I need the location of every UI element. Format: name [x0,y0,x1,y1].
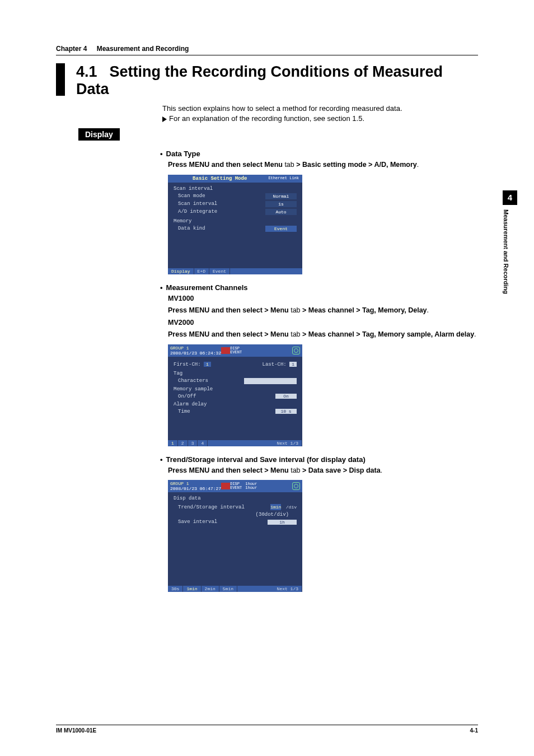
shot3-date: 2008/01/23 06:47:27 [170,486,221,491]
chapter-header: Chapter 4 Measurement and Recording [56,45,478,55]
save-interval-value[interactable]: 1h [268,520,297,525]
shot1-title: Basic Setting Mode [193,176,247,181]
section-title-row: 4.1Setting the Recording Conditions of M… [56,63,478,98]
footer-doc-id: IM MV1000-01E [56,727,96,734]
ad-integrate-value[interactable]: Auto [265,209,297,215]
data-kind-value[interactable]: Event [265,226,297,232]
trend-storage-heading: •Trend/Storage interval and Save interva… [168,455,478,464]
page-footer: IM MV1000-01E 4-1 [56,725,478,734]
footer-1min[interactable]: 1min [183,586,201,592]
footer-display-tab[interactable]: Display [168,268,194,274]
data-type-path: Press MENU and then select Menu tab > Ba… [168,160,478,170]
shot1-footer: Display E+D Event [168,268,302,274]
footer-event-tab[interactable]: Event [209,268,230,274]
shot2-date: 2008/01/23 06:24:32 [170,351,221,356]
tag-characters-field[interactable] [244,378,297,384]
trend-storage-value[interactable]: 1min [270,504,281,510]
shot2-group: GROUP 1 [170,346,189,351]
trend-storage-path: Press MENU and then select > Menu tab > … [168,466,478,476]
chapter-number: Chapter 4 [56,45,87,53]
footer-tab-4[interactable]: 4 [198,440,208,446]
footer-ed-tab[interactable]: E+D [194,268,209,274]
shot1-group-scan: Scan interval [174,186,297,192]
intro-text: This section explains how to select a me… [162,104,478,124]
footer-tab-1[interactable]: 1 [168,440,178,446]
scan-mode-value[interactable]: Normal [265,193,297,199]
title-bar-icon [56,63,65,96]
side-chapter-label: Measurement and Recording [503,209,509,294]
side-tab: 4 Measurement and Recording [503,190,517,347]
mv2000-path: Press MENU and then select > Menu tab > … [168,330,478,340]
first-ch-value[interactable]: 1 [204,362,211,367]
screenshot-meas-channel: GROUP 1 2008/01/23 06:24:32 DISP EVENT F… [168,344,302,446]
footer-tab-2[interactable]: 2 [178,440,188,446]
status-icon [292,482,300,490]
triangle-icon [162,116,167,122]
shot3-group: GROUP 1 [170,481,189,486]
screenshot-basic-setting-mode: Basic Setting Mode Ethernet Link Scan in… [168,175,302,274]
shot2-footer: 1 2 3 4 Next 1/3 [168,440,302,446]
meas-channels-heading: •Measurement Channels [168,283,478,292]
shot1-group-memory: Memory [174,218,297,224]
mv2000-label: MV2000 [168,318,478,328]
mv1000-label: MV1000 [168,294,478,304]
status-icon [292,347,300,354]
record-icon [221,483,230,489]
footer-page-number: 4-1 [470,727,478,734]
record-icon [221,347,230,354]
intro-line-1: This section explains how to select a me… [162,104,478,114]
side-chapter-number: 4 [503,190,517,205]
section-title: Setting the Recording Conditions of Meas… [76,63,443,97]
screenshot-disp-data: GROUP 1 2008/01/23 06:47:27 DISP EVENT 1… [168,480,302,592]
display-heading: Display [78,128,120,141]
intro-line-2: For an explanation of the recording func… [169,114,364,123]
shot1-ethernet-label: Ethernet Link [268,176,299,180]
alarm-delay-value[interactable]: 10 s [275,409,297,414]
footer-5min[interactable]: 5min [219,586,237,592]
chapter-title: Measurement and Recording [97,45,189,53]
section-number: 4.1 [76,63,97,80]
scan-interval-value[interactable]: 1s [265,201,297,207]
footer-next-3[interactable]: Next 1/3 [274,586,302,592]
mv1000-path: Press MENU and then select > Menu tab > … [168,306,478,316]
footer-tab-3[interactable]: 3 [188,440,198,446]
trend-note: (30dot/div) [174,512,297,517]
last-ch-value[interactable]: 1 [289,362,297,367]
footer-2min[interactable]: 2min [202,586,219,592]
footer-30s[interactable]: 30s [168,586,183,592]
data-type-heading: •Data Type [168,150,478,158]
shot3-footer: 30s 1min 2min 5min Next 1/3 [168,586,302,592]
memory-onoff-value[interactable]: On [275,394,297,399]
footer-next[interactable]: Next 1/3 [274,440,302,446]
